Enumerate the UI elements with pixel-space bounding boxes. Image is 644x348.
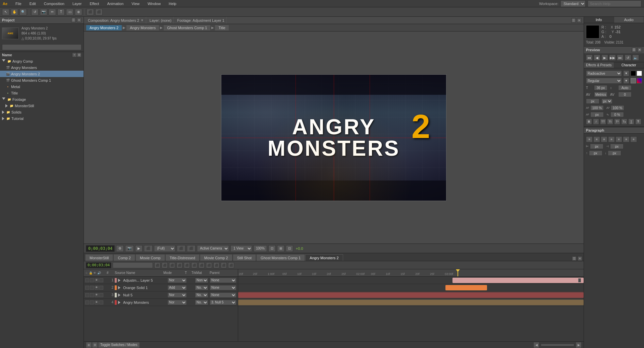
tl-bottom-btn2[interactable]: ⚙ [92,342,98,348]
layer-1-solo-btn[interactable] [85,278,89,282]
char-vscale-input[interactable] [611,105,624,111]
viewer-render-btn[interactable]: ▶ [135,245,143,252]
breadcrumb-ghost-monsters[interactable]: Ghost Monsters Comp 1 [163,25,211,31]
menu-item-file[interactable]: File [14,1,23,6]
timeline-tab-monsterstill[interactable]: MonsterStill [85,254,113,261]
char-baseline-input[interactable] [590,112,604,117]
para-align-right-btn[interactable]: ≡ [601,136,607,142]
viewer-camera-dropdown[interactable]: Active Camera [197,245,229,252]
layer-4-visible-btn[interactable]: 👁 [95,300,99,304]
timeline-tab-ghost-monsters[interactable]: Ghost Monsters Comp 1 [256,254,305,261]
viewer-view-dropdown[interactable]: 1 View 2 Views 4 Views [230,245,252,252]
project-panel-menu-btn[interactable]: ☰ [71,18,76,22]
char-smallcaps-btn[interactable]: Tt [607,119,613,125]
char-sub-btn[interactable]: T₂ [621,119,627,125]
project-panel-close-btn[interactable]: ✕ [77,18,82,22]
para-indent-left-btn[interactable]: ≡ [630,136,637,142]
layer-row-4[interactable]: 👁 4 Angry Monsters Nor No.None [84,299,238,306]
layer-3-visible-btn[interactable]: 👁 [95,293,99,297]
menu-item-composition[interactable]: Composition [43,1,66,6]
viewer-quality-dropdown[interactable]: (Full) Half Quarter [154,245,175,252]
tree-item-metal[interactable]: ▪ Metal [0,83,84,90]
breadcrumb-angry-monsters-2[interactable]: Angry Monsters 2 [86,25,122,31]
char-caps-btn[interactable]: TT [600,119,606,125]
viewer-toggle2-btn[interactable]: ⬛ [187,245,196,252]
tree-item-monsterstill[interactable]: 📁 MonsterStill [0,102,84,109]
menu-item-layer[interactable]: Layer [71,1,83,6]
menu-item-help[interactable]: Help [167,1,178,6]
tl-btn-3[interactable]: ⬛ [169,262,175,268]
layer-2-expand[interactable] [118,286,120,289]
char-stroke-color[interactable] [637,71,642,76]
layer-3-mode-select[interactable]: Nor [167,292,187,298]
menu-item-effect[interactable]: Effect [88,1,100,6]
menu-item-window[interactable]: Window [146,1,162,6]
layer-2-parent-select[interactable]: None [210,285,236,290]
viewer-camera-snap-btn[interactable]: 📷 [125,245,134,252]
layer-1-trkmat-select[interactable]: None [195,278,208,283]
char-super-btn[interactable]: T² [614,119,620,125]
tree-settings-btn[interactable]: ⚙ [77,53,82,57]
tree-item-angry-monsters[interactable]: 🎬 Angry Monsters [0,64,84,71]
char-strike-btn[interactable]: T̶ [635,119,641,125]
preview-menu-btn[interactable]: ☰ [632,48,636,52]
char-font-select[interactable]: Radioactive [586,70,622,76]
char-style-menu-btn[interactable]: ▼ [623,78,629,84]
preview-mute-btn[interactable]: 🔈 [632,55,639,61]
timeline-tab-movie-comp2[interactable]: Movie Comp 2 [200,254,232,261]
timeline-panel-close-btn[interactable]: ✕ [578,256,582,261]
menu-item-view[interactable]: View [130,1,141,6]
effects-presets-tab[interactable]: Effects & Presets [584,62,614,68]
tl-btn-9[interactable]: ⬛ [213,262,219,268]
timeline-timecode[interactable]: 0;00;03;04 [86,262,111,268]
tree-item-angry-comp[interactable]: 📁 Angry Comp [0,58,84,64]
comp-panel-close-btn[interactable]: ✕ [577,18,582,23]
timeline-tab-still-shot[interactable]: Still Shot [233,254,256,261]
menu-item-animation[interactable]: Animation [106,1,125,6]
layer-3-lock-btn[interactable] [90,293,94,297]
tl-btn-7[interactable]: ⬛ [199,262,205,268]
layer-2-lock-btn[interactable] [90,286,94,290]
search-help-input[interactable] [588,0,641,7]
char-track-input[interactable] [618,92,632,97]
layer-2-trkmat-select[interactable]: No.None [195,285,208,290]
layer-1-lock-btn[interactable] [90,278,94,282]
char-style-select[interactable]: Regular Bold Italic [586,78,622,84]
para-space-before-input[interactable] [589,150,602,156]
tl-btn-10[interactable]: ⬛ [221,262,227,268]
toolbar-puppet-btn[interactable]: ⊕ [75,9,82,15]
layer-2-solo-btn[interactable] [85,286,89,290]
viewer-safe-btn[interactable]: ⊡ [286,245,293,252]
tl-bottom-btn1[interactable]: ⊕ [86,342,92,348]
layer-1-visible-btn[interactable]: 👁 [95,278,99,282]
character-tab[interactable]: Character [614,62,644,68]
viewer-zoom-fit-btn[interactable]: ⊡ [268,245,276,252]
comp-dropdown-icon[interactable]: ▼ [141,18,144,22]
layer-2-visible-btn[interactable]: 👁 [95,286,99,290]
timeline-panel-menu-btn[interactable]: ☰ [572,256,577,261]
char-kern-input[interactable] [594,92,607,97]
layer-2-mode-select[interactable]: AddNor [167,285,187,290]
char-font-menu-btn[interactable]: ▼ [623,70,629,76]
para-justify-all-btn[interactable]: ≡ [615,136,622,142]
char-unit-select[interactable]: px [601,98,612,104]
preview-loop-btn[interactable]: ↺ [625,55,631,61]
preview-first-btn[interactable]: ⏮ [586,55,593,61]
timeline-search-input[interactable] [113,262,153,268]
tl-scroll-right-btn[interactable]: ▶ [576,342,582,348]
layer-row-1[interactable]: 👁 1 Adjustm... Layer 5 NorAdd None [84,277,238,284]
layer-4-parent-select[interactable]: 3. Null 5None [210,300,236,305]
char-unit-input[interactable] [586,98,599,104]
tree-item-ghost-monsters[interactable]: 🎬 Ghost Monsters Comp 1 [0,77,84,83]
workspace-select[interactable]: Standard [560,0,586,7]
para-space-after-input[interactable] [608,150,621,156]
layer-3-expand[interactable] [118,293,120,297]
viewer-timecode[interactable]: 0;00;03;04 [86,245,115,252]
toolbar-extra1-btn[interactable]: ⬛ [87,9,94,15]
tl-btn-5[interactable]: ⬛ [184,262,190,268]
tree-item-solids[interactable]: 📁 Solids [0,109,84,115]
char-hscale-input[interactable] [590,105,604,111]
layer-1-parent-select[interactable]: None [210,278,236,283]
preview-close-btn[interactable]: ✕ [637,48,642,52]
toolbar-rotate-btn[interactable]: ↺ [31,9,39,15]
